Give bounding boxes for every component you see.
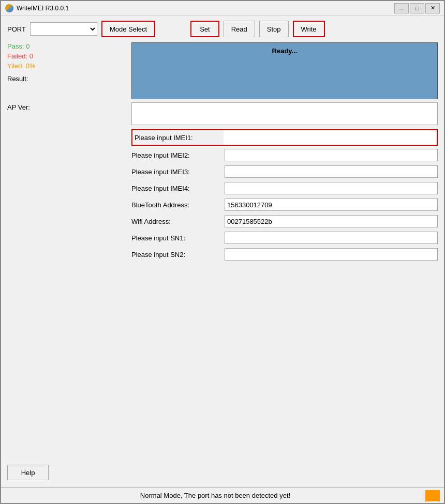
imei3-row: Please input IMEI3: bbox=[131, 164, 438, 179]
imei2-label: Please input IMEI2: bbox=[131, 151, 225, 159]
failed-value: 0 bbox=[29, 52, 33, 60]
apver-label-left: AP Ver: bbox=[7, 103, 126, 111]
maximize-button[interactable]: □ bbox=[410, 3, 424, 13]
status-text: Ready... bbox=[272, 47, 298, 55]
read-button[interactable]: Read bbox=[224, 21, 255, 37]
toolbar: PORT Mode Select Set Read Stop Write bbox=[7, 21, 438, 37]
sn1-label: Please input SN1: bbox=[131, 234, 225, 242]
sn2-input[interactable] bbox=[225, 248, 438, 261]
port-select[interactable] bbox=[30, 22, 97, 36]
result-label-left: Result: bbox=[7, 75, 126, 83]
status-bar: Normal Mode, The port has not been detec… bbox=[1, 487, 444, 503]
content-area: Pass: 0 Failed: 0 Yiled: 0% Result: AP V… bbox=[7, 42, 438, 264]
failed-label: Failed: bbox=[7, 52, 27, 60]
port-label: PORT bbox=[7, 25, 26, 33]
minimize-button[interactable]: — bbox=[394, 3, 409, 13]
title-bar: WriteIMEI R3.0.0.1 — □ ✕ bbox=[1, 1, 444, 16]
imei3-label: Please input IMEI3: bbox=[131, 168, 225, 176]
imei3-input[interactable] bbox=[225, 165, 438, 178]
set-button[interactable]: Set bbox=[190, 21, 219, 37]
imei4-input[interactable] bbox=[225, 182, 438, 194]
right-panel: Ready... Please input IMEI1: Please inpu… bbox=[131, 42, 438, 264]
wifi-input[interactable] bbox=[225, 215, 438, 227]
pass-label: Pass: bbox=[7, 42, 24, 50]
imei2-row: Please input IMEI2: bbox=[131, 148, 438, 162]
sn1-input[interactable] bbox=[225, 232, 438, 244]
yield-value: 0% bbox=[26, 62, 36, 70]
imei1-label: Please input IMEI1: bbox=[132, 130, 224, 145]
bt-label: BlueTooth Address: bbox=[131, 201, 225, 209]
imei2-input[interactable] bbox=[225, 149, 438, 161]
write-button[interactable]: Write bbox=[293, 21, 325, 37]
imei4-row: Please input IMEI4: bbox=[131, 181, 438, 195]
sn1-row: Please input SN1: bbox=[131, 231, 438, 245]
imei4-label: Please input IMEI4: bbox=[131, 185, 225, 192]
imei1-wrapper: Please input IMEI1: bbox=[131, 129, 438, 146]
sn2-label: Please input SN2: bbox=[131, 251, 225, 258]
apver-input-box bbox=[131, 102, 438, 125]
pass-value: 0 bbox=[26, 42, 29, 50]
yield-label: Yiled: bbox=[7, 62, 24, 70]
title-bar-controls: — □ ✕ bbox=[394, 3, 440, 13]
stat-yield: Yiled: 0% bbox=[7, 62, 126, 70]
stat-failed: Failed: 0 bbox=[7, 52, 126, 60]
help-button[interactable]: Help bbox=[7, 465, 49, 480]
window-title: WriteIMEI R3.0.0.1 bbox=[17, 5, 69, 12]
left-panel: Pass: 0 Failed: 0 Yiled: 0% Result: AP V… bbox=[7, 42, 126, 264]
bt-row: BlueTooth Address: bbox=[131, 197, 438, 212]
bt-input[interactable] bbox=[225, 198, 438, 211]
status-box: Ready... bbox=[131, 42, 438, 99]
imei1-input[interactable] bbox=[224, 130, 437, 145]
sn2-row: Please input SN2: bbox=[131, 247, 438, 262]
main-window: WriteIMEI R3.0.0.1 — □ ✕ PORT Mode Selec… bbox=[0, 0, 445, 504]
status-bar-text: Normal Mode, The port has not been detec… bbox=[5, 492, 425, 499]
wifi-row: Wifi Address: bbox=[131, 214, 438, 228]
inner-content: PORT Mode Select Set Read Stop Write Pas… bbox=[1, 16, 444, 488]
mode-select-button[interactable]: Mode Select bbox=[101, 21, 155, 37]
wifi-label: Wifi Address: bbox=[131, 218, 225, 225]
app-icon bbox=[5, 4, 13, 12]
stat-pass: Pass: 0 bbox=[7, 42, 126, 50]
stop-button[interactable]: Stop bbox=[259, 21, 289, 37]
title-bar-left: WriteIMEI R3.0.0.1 bbox=[5, 4, 69, 12]
status-bar-indicator bbox=[425, 490, 440, 501]
close-button[interactable]: ✕ bbox=[425, 3, 440, 13]
